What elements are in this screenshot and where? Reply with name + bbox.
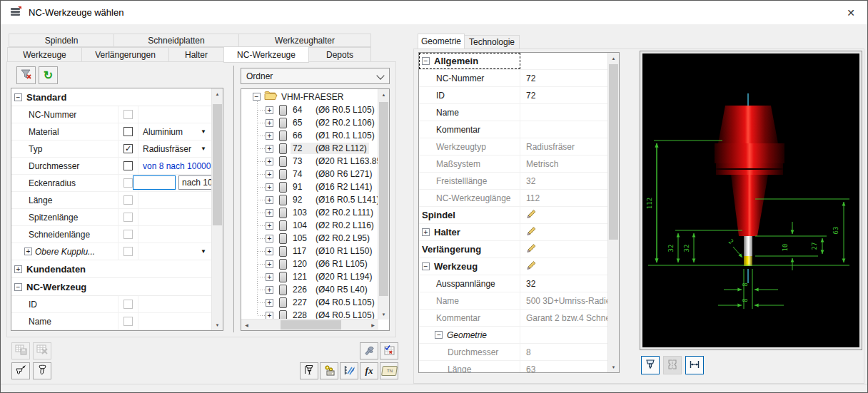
edit-pencil-icon[interactable] — [526, 260, 537, 272]
detail-group-verlaengerung[interactable]: Verlängerung — [419, 241, 608, 258]
detail-row-ausspannlaenge[interactable]: Ausspannlänge32 — [419, 275, 608, 292]
scrollbar-thumb[interactable] — [609, 64, 618, 240]
expand-icon[interactable]: + — [24, 247, 32, 255]
tree-item-73[interactable]: +73(Ø20 R1 L163.85) — [242, 155, 378, 168]
check-tools-button[interactable] — [380, 342, 398, 359]
tree-item-105[interactable]: +105(Ø2 R0.2 L95) — [242, 232, 378, 245]
tree-root-vhm-fraeser[interactable]: − VHM-FRAESER — [242, 90, 378, 103]
tree-item-104[interactable]: +104(Ø2 R0.2 L116) — [242, 219, 378, 232]
expand-icon[interactable]: + — [266, 273, 273, 281]
save-depot-button[interactable] — [11, 342, 30, 359]
tab-technologie[interactable]: Technologie — [464, 35, 520, 49]
detail-grid-scrollbar[interactable]: ▲ ▼ — [607, 53, 619, 372]
half-section-toggle[interactable] — [663, 356, 682, 374]
tab-verlaengerungen[interactable]: Verlängerungen — [81, 47, 169, 62]
scrollbar-thumb[interactable] — [281, 320, 341, 330]
scroll-down-icon[interactable]: ▼ — [212, 320, 223, 330]
folder-combobox[interactable]: Ordner — [241, 68, 390, 84]
filter-row-schneidenlaenge[interactable]: Schneidenlänge — [11, 226, 212, 243]
filter-row-typ[interactable]: Typ✓Radiusfräser▼ — [11, 141, 212, 158]
checkbox[interactable] — [123, 178, 133, 188]
tree-item-121[interactable]: +121(Ø20 R1 L194) — [242, 270, 378, 283]
durchmesser-range-value[interactable]: von 8 nach 10000 — [138, 158, 212, 174]
filter-row-durchmesser[interactable]: Durchmesservon 8 nach 10000 — [11, 158, 212, 175]
material-value[interactable]: Aluminium — [143, 127, 183, 137]
refresh-button[interactable]: ↻ — [39, 66, 58, 84]
expand-icon[interactable]: + — [14, 265, 22, 273]
collapse-icon[interactable]: − — [14, 93, 22, 101]
expand-icon[interactable]: + — [266, 158, 273, 165]
tool-3d-viewport[interactable]: 112 32 32 63 27 10 8 8 2 — [640, 51, 862, 350]
scroll-right-icon[interactable]: ▶ — [368, 320, 378, 330]
detail-row-name[interactable]: Name — [419, 104, 608, 121]
scroll-down-icon[interactable]: ▼ — [378, 309, 389, 320]
tree-item-92[interactable]: +92(Ø16 R0.5 L141) — [242, 193, 378, 206]
collapse-icon[interactable]: − — [422, 57, 430, 65]
tab-schneidplatten[interactable]: Schneidplatten — [113, 34, 239, 47]
expand-icon[interactable]: + — [266, 235, 273, 243]
row-value[interactable]: 72 — [520, 91, 608, 101]
checkbox[interactable] — [123, 230, 133, 239]
tab-depots[interactable]: Depots — [308, 47, 371, 62]
expand-icon[interactable]: + — [266, 106, 273, 114]
filter-row-obere-kupplung[interactable]: +Obere Kupplu...▼ — [11, 243, 212, 260]
formula-button[interactable]: fx — [360, 362, 378, 379]
copy-nc-tool-button[interactable] — [33, 362, 51, 379]
dropdown-arrow-icon[interactable]: ▼ — [201, 128, 206, 135]
row-value[interactable]: 32 — [520, 279, 608, 289]
filter-row-name[interactable]: Name — [11, 313, 212, 330]
coolant-simulation-button[interactable] — [340, 362, 358, 379]
expand-icon[interactable]: + — [266, 247, 273, 255]
tree-item-64[interactable]: +64(Ø6 R0.5 L105) — [242, 103, 378, 116]
scroll-up-icon[interactable]: ▲ — [608, 53, 619, 63]
tree-item-72-selected[interactable]: +72(Ø8 R2 L112) — [242, 142, 378, 155]
expand-icon[interactable]: + — [266, 132, 273, 140]
tool-number-tag-button[interactable]: TN — [380, 362, 398, 379]
filter-grid-scrollbar[interactable]: ▲ ▼ — [211, 88, 223, 330]
detail-group-werkzeug[interactable]: −Werkzeug — [419, 258, 608, 275]
settings-button[interactable] — [360, 342, 378, 359]
tree-item-74[interactable]: +74(Ø80 R6 L271) — [242, 168, 378, 180]
tab-nc-werkzeuge[interactable]: NC-Werkzeuge — [223, 46, 309, 63]
tree-item-227[interactable]: +227(Ø4 R0.5 L105) — [242, 296, 378, 309]
eckenradius-von-input[interactable] — [133, 175, 176, 190]
tree-item-120[interactable]: +120(Ø6 R1 L105) — [242, 257, 378, 270]
tab-geometrie[interactable]: Geometrie — [418, 34, 465, 49]
render-mode-toggle[interactable] — [641, 356, 660, 374]
edit-pencil-icon[interactable] — [526, 243, 537, 255]
row-value[interactable]: 72 — [520, 73, 608, 83]
expand-icon[interactable]: + — [266, 145, 273, 153]
scrollbar-thumb[interactable] — [379, 102, 388, 296]
delete-depot-button[interactable] — [33, 342, 51, 359]
collapse-icon[interactable]: − — [435, 331, 443, 339]
checkbox[interactable] — [123, 195, 133, 205]
dropdown-arrow-icon[interactable]: ▼ — [201, 146, 206, 152]
tree-hscrollbar[interactable]: ◀ ▶ — [241, 319, 378, 330]
edit-nc-tool-button[interactable] — [11, 362, 30, 379]
filter-group-standard[interactable]: −Standard — [11, 88, 212, 106]
expand-icon[interactable]: + — [266, 170, 273, 178]
filter-row-spitzenlaenge[interactable]: Spitzenlänge — [11, 209, 212, 226]
eckenradius-nach-box[interactable]: nach 1000 — [178, 175, 212, 190]
typ-value[interactable]: Radiusfräser — [143, 144, 191, 154]
collapse-icon[interactable]: − — [422, 262, 430, 270]
filter-row-laenge[interactable]: Länge — [11, 192, 212, 209]
checkbox[interactable] — [123, 161, 133, 170]
tree-item-226[interactable]: +226(Ø40 R5 L40) — [242, 283, 378, 296]
expand-icon[interactable]: + — [266, 222, 273, 230]
expand-icon[interactable]: + — [266, 119, 273, 127]
detail-group-allgemein[interactable]: −Allgemein — [419, 53, 608, 70]
detail-subgroup-geometrie[interactable]: −Geometrie — [419, 327, 608, 344]
checkbox[interactable] — [123, 247, 133, 256]
checkbox[interactable] — [123, 300, 133, 309]
tree-item-117[interactable]: +117(Ø10 R1 L150) — [242, 245, 378, 257]
collapse-icon[interactable]: − — [14, 283, 22, 291]
detail-group-spindel[interactable]: Spindel — [419, 207, 608, 224]
tree-item-65[interactable]: +65(Ø2 R0.2 L106) — [242, 116, 378, 129]
filter-row-eckenradius[interactable]: Eckenradiusnach 1000 — [11, 175, 212, 192]
edit-pencil-icon[interactable] — [526, 209, 537, 221]
detail-row-id[interactable]: ID72 — [419, 87, 608, 104]
expand-icon[interactable]: + — [266, 209, 273, 217]
checkbox[interactable] — [123, 213, 133, 222]
close-icon[interactable]: ✕ — [843, 6, 859, 20]
